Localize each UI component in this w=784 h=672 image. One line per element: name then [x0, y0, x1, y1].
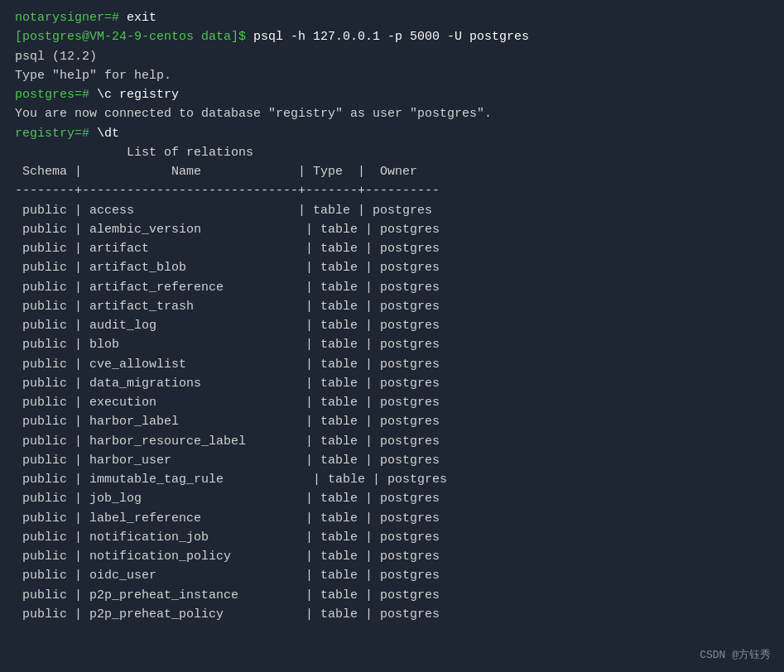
watermark: CSDN @方钰秀 [700, 647, 771, 662]
row14: public | harbor_user | table | postgres [15, 451, 769, 470]
exit-line: notarysigner=# exit [15, 8, 769, 27]
row2: public | alembic_version | table | postg… [15, 220, 769, 239]
row19: public | notification_policy | table | p… [15, 547, 769, 566]
row10: public | data_migrations | table | postg… [15, 374, 769, 393]
row20: public | oidc_user | table | postgres [15, 566, 769, 585]
row12: public | harbor_label | table | postgres [15, 412, 769, 431]
row22: public | p2p_preheat_policy | table | po… [15, 605, 769, 624]
row9: public | cve_allowlist | table | postgre… [15, 355, 769, 374]
list-header: List of relations [15, 143, 769, 162]
row21: public | p2p_preheat_instance | table | … [15, 586, 769, 605]
row16: public | job_log | table | postgres [15, 489, 769, 508]
row15: public | immutable_tag_rule | table | po… [15, 470, 769, 489]
dt-cmd: registry=# \dt [15, 124, 769, 143]
connect-msg: You are now connected to database "regis… [15, 104, 769, 123]
row7: public | audit_log | table | postgres [15, 316, 769, 335]
psql-version: psql (12.2) [15, 47, 769, 66]
row13: public | harbor_resource_label | table |… [15, 432, 769, 451]
row1: public | access | table | postgres [15, 201, 769, 220]
col-headers: Schema | Name | Type | Owner [15, 162, 769, 181]
row4: public | artifact_blob | table | postgre… [15, 258, 769, 277]
row5: public | artifact_reference | table | po… [15, 278, 769, 297]
row17: public | label_reference | table | postg… [15, 509, 769, 528]
psql-help: Type "help" for help. [15, 66, 769, 85]
terminal-window: notarysigner=# exit[postgres@VM-24-9-cen… [0, 0, 784, 672]
separator: --------+-----------------------------+-… [15, 181, 769, 200]
row6: public | artifact_trash | table | postgr… [15, 297, 769, 316]
row18: public | notification_job | table | post… [15, 528, 769, 547]
connect-cmd: postgres=# \c registry [15, 85, 769, 104]
row11: public | execution | table | postgres [15, 393, 769, 412]
terminal-content: notarysigner=# exit[postgres@VM-24-9-cen… [15, 8, 769, 624]
row3: public | artifact | table | postgres [15, 239, 769, 258]
psql-cmd: [postgres@VM-24-9-centos data]$ psql -h … [15, 27, 769, 46]
row8: public | blob | table | postgres [15, 335, 769, 354]
